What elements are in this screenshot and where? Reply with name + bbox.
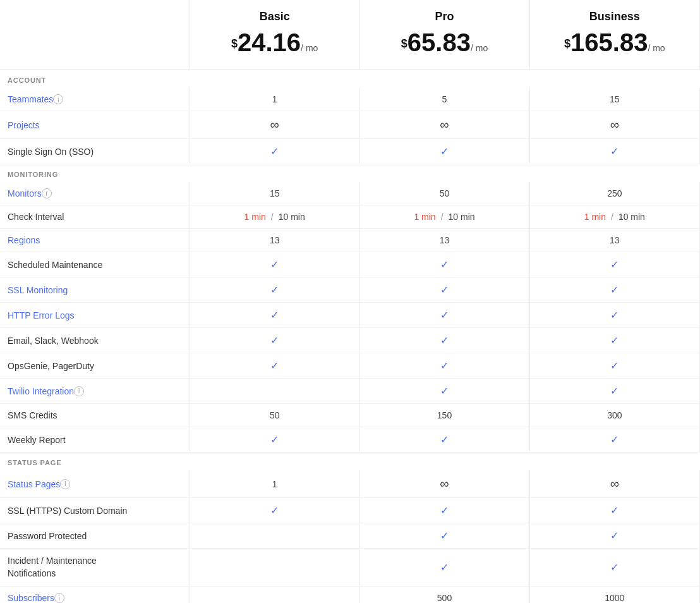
imn-pro-check: ✓ [440,561,449,573]
status-pages-business: ∞ [530,470,700,498]
ci-pro-max: 10 min [449,212,475,222]
check-interval-basic: 1 min / 10 min [190,205,359,229]
ssl-custom-domain-basic: ✓ [190,498,359,523]
sms-credits-label: SMS Credits [8,410,57,420]
regions-basic: 13 [190,229,359,252]
http-error-logs-pro: ✓ [359,303,529,328]
password-protected-basic [190,523,359,549]
monitors-label[interactable]: Monitors [8,188,42,198]
teammates-pro: 5 [359,88,529,111]
feature-label-scheduled-maintenance: Scheduled Maintenance [0,252,190,277]
feature-label-sms-credits: SMS Credits [0,404,190,427]
monitors-pro: 50 [359,182,529,205]
monitors-business: 250 [530,182,700,205]
ssl-monitoring-business: ✓ [530,277,700,303]
ssl-monitoring-basic: ✓ [190,277,359,303]
http-business-check: ✓ [610,309,619,321]
status-pages-label[interactable]: Status Pages [8,479,60,489]
scd-basic-check: ✓ [270,504,279,516]
check-interval-label: Check Interval [8,212,64,222]
sms-credits-pro: 150 [359,404,529,427]
ssl-custom-domain-business: ✓ [530,498,700,523]
sm-business-check: ✓ [610,259,619,271]
twilio-integration-label[interactable]: Twilio Integration [8,386,74,396]
feature-label-weekly-report: Weekly Report [0,427,190,453]
opd-basic-check: ✓ [270,360,279,372]
weekly-report-business: ✓ [530,427,700,453]
teammates-info-icon[interactable]: i [53,94,63,104]
section-header-status-page: Status Page [0,453,700,470]
plan-header-basic: Basic $24.16/ mo [190,0,359,70]
status-pages-pro-value: ∞ [440,477,449,491]
sso-pro-check: ✓ [440,145,449,157]
password-protected-label: Password Protected [8,531,87,541]
plan-header-pro: Pro $65.83/ mo [359,0,529,70]
subscribers-basic [190,587,359,603]
projects-pro: ∞ [359,111,529,139]
currency-business: $ [564,37,570,50]
status-pages-info-icon[interactable]: i [60,479,70,489]
plan-name-pro: Pro [372,10,516,23]
ssl-custom-domain-label: SSL (HTTPS) Custom Domain [8,506,127,516]
sso-basic: ✓ [190,139,359,164]
ssl-monitoring-pro: ✓ [359,277,529,303]
header-empty-col [0,0,190,70]
monitors-basic: 15 [190,182,359,205]
plan-price-business: $165.83/ mo [543,28,687,57]
ci-basic-min: 1 min [244,212,266,222]
projects-basic-value: ∞ [270,118,279,132]
twilio-pro: ✓ [359,379,529,404]
twilio-business: ✓ [530,379,700,404]
imn-basic [190,549,359,587]
feature-label-projects: Projects [0,111,190,139]
currency-basic: $ [231,37,238,50]
pp-business-check: ✓ [610,530,619,542]
regions-business: 13 [530,229,700,252]
teammates-label[interactable]: Teammates [8,94,53,104]
opd-business: ✓ [530,353,700,379]
esw-pro-check: ✓ [440,334,449,346]
feature-label-twilio-integration: Twilio Integration i [0,379,190,404]
esw-basic-check: ✓ [270,334,279,346]
wr-business-check: ✓ [610,434,619,446]
status-pages-pro: ∞ [359,470,529,498]
http-error-logs-label[interactable]: HTTP Error Logs [8,310,75,320]
subscribers-label[interactable]: Subscribers [8,593,54,603]
sso-business-check: ✓ [610,145,619,157]
weekly-report-label: Weekly Report [8,435,66,445]
sm-basic-check: ✓ [270,259,279,271]
regions-label[interactable]: Regions [8,235,40,245]
scheduled-maintenance-label: Scheduled Maintenance [8,260,102,270]
feature-label-subscribers: Subscribers i [0,587,190,603]
sso-basic-check: ✓ [270,145,279,157]
subscribers-pro: 500 [359,587,529,603]
projects-business-value: ∞ [610,118,619,132]
opd-business-check: ✓ [610,360,619,372]
http-pro-check: ✓ [440,309,449,321]
imn-label: Incident / MaintenanceNotifications [8,555,97,580]
http-error-logs-basic: ✓ [190,303,359,328]
feature-label-ssl-custom-domain: SSL (HTTPS) Custom Domain [0,498,190,523]
projects-label[interactable]: Projects [8,120,40,130]
twilio-info-icon[interactable]: i [74,386,84,396]
feature-label-regions: Regions [0,229,190,252]
http-error-logs-business: ✓ [530,303,700,328]
monitors-info-icon[interactable]: i [42,188,52,198]
twilio-pro-check: ✓ [440,385,449,397]
amount-business: 165.83 [570,28,648,56]
scheduled-maintenance-basic: ✓ [190,252,359,277]
subscribers-info-icon[interactable]: i [54,593,64,603]
scd-pro-check: ✓ [440,504,449,516]
period-basic: / mo [301,43,318,53]
feature-label-http-error-logs: HTTP Error Logs [0,303,190,328]
ssl-monitoring-label[interactable]: SSL Monitoring [8,285,68,295]
check-interval-business-value: 1 min / 10 min [584,212,645,222]
subscribers-business: 1000 [530,587,700,603]
pp-pro-check: ✓ [440,530,449,542]
currency-pro: $ [401,37,407,50]
password-protected-pro: ✓ [359,523,529,549]
weekly-report-basic: ✓ [190,427,359,453]
sms-credits-business: 300 [530,404,700,427]
opd-basic: ✓ [190,353,359,379]
ssl-basic-check: ✓ [270,284,279,296]
